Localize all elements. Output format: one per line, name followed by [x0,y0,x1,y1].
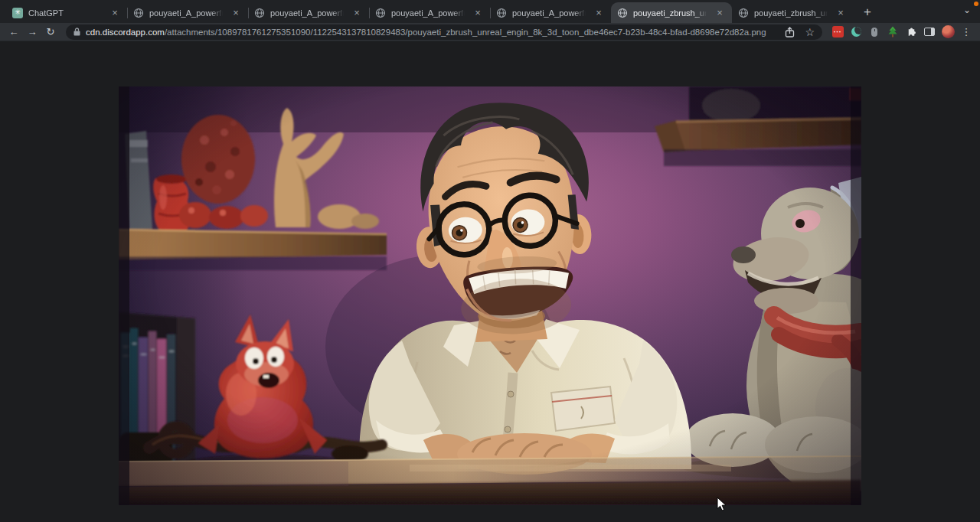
back-button[interactable]: ← [6,24,21,40]
globe-favicon-icon [375,8,386,18]
browser-window: { "browser": { "tabs": [ {"label": "Chat… [0,0,980,522]
chatgpt-favicon-icon: ✳ [12,8,23,18]
tab-close-icon[interactable]: × [593,7,605,19]
dark-reader-extension-icon[interactable] [848,24,864,40]
lastpass-extension-icon[interactable]: ··· [830,24,845,40]
tab-label: pouyaeti_A_powerful_modern [270,8,345,18]
mouse-cursor [717,497,727,511]
tree-extension-icon[interactable] [885,24,900,40]
side-panel-icon[interactable] [922,24,937,40]
globe-favicon-icon [496,8,507,18]
tab-close-icon[interactable]: × [714,7,726,19]
url-domain: cdn.discordapp.com [86,28,165,37]
toolbar: ← → ↻ cdn.discordapp.com/attachments/108… [0,23,980,41]
vignette [119,86,861,505]
url-text: cdn.discordapp.com/attachments/108978176… [86,28,776,37]
tab-powerful-modern-4[interactable]: pouyaeti_A_powerful_modern × [490,2,611,23]
tab-label: pouyaeti_zbrush_unreal_engin [633,8,708,18]
tab-label: pouyaeti_zbrush_unreal_engin [754,8,829,18]
globe-favicon-icon [738,8,749,18]
share-icon[interactable] [782,24,797,40]
browser-menu-icon[interactable]: ⋮ [959,24,974,40]
tab-zbrush-unreal-2[interactable]: pouyaeti_zbrush_unreal_engin × [732,2,853,23]
tab-close-icon[interactable]: × [472,7,484,19]
tab-zbrush-unreal-active[interactable]: pouyaeti_zbrush_unreal_engin × [611,2,732,23]
mouse-extension-icon[interactable] [867,24,882,40]
tab-chatgpt[interactable]: ✳ ChatGPT × [6,2,127,23]
tab-powerful-modern-3[interactable]: pouyaeti_A_powerful_modern × [369,2,490,23]
tab-strip: ✳ ChatGPT × pouyaeti_A_powerful_modern ×… [0,0,980,23]
update-alert-dot [974,2,978,6]
new-tab-button[interactable]: + [858,2,877,22]
crescent-moon-icon [851,27,861,37]
tab-powerful-modern-2[interactable]: pouyaeti_A_powerful_modern × [248,2,369,23]
bookmark-star-icon[interactable]: ☆ [805,26,815,38]
address-bar[interactable]: cdn.discordapp.com/attachments/108978176… [66,24,822,40]
tab-close-icon[interactable]: × [351,7,363,19]
reload-button[interactable]: ↻ [43,24,58,40]
tab-label: pouyaeti_A_powerful_modern [512,8,587,18]
tab-close-icon[interactable]: × [109,7,121,19]
tab-label: ChatGPT [28,8,103,18]
lock-icon [74,28,80,36]
tab-label: pouyaeti_A_powerful_modern [391,8,466,18]
page-content [0,41,980,521]
globe-favicon-icon [617,8,628,18]
omnibox-actions: ☆ [782,24,815,40]
profile-avatar[interactable] [940,24,956,40]
image-viewer-photo[interactable] [119,86,861,505]
globe-favicon-icon [133,8,144,18]
tab-label: pouyaeti_A_powerful_modern [149,8,224,18]
tab-overflow-chevron-icon[interactable]: ⌄ [963,5,971,15]
tab-close-icon[interactable]: × [230,7,242,19]
forward-button[interactable]: → [24,24,40,40]
url-path: /attachments/1089781761275351090/1122543… [165,28,766,37]
tab-powerful-modern-1[interactable]: pouyaeti_A_powerful_modern × [127,2,248,23]
extensions-puzzle-icon[interactable] [903,24,919,40]
globe-favicon-icon [254,8,265,18]
tab-close-icon[interactable]: × [835,7,847,19]
